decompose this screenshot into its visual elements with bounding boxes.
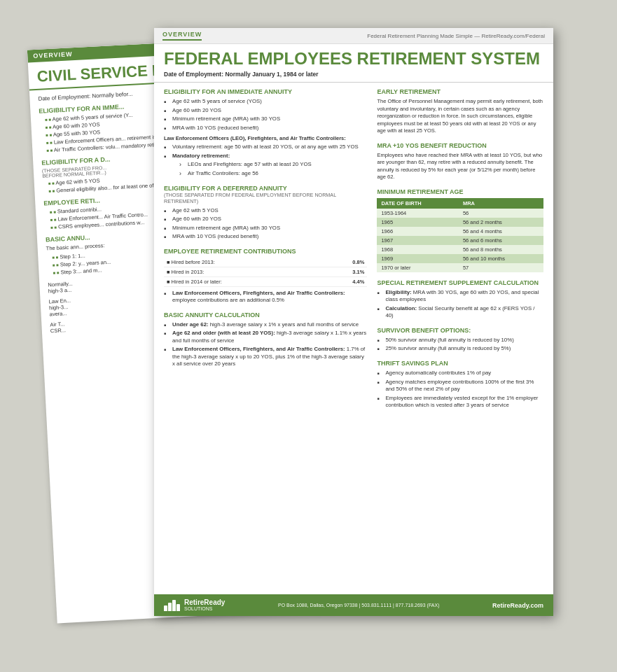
logo-text: RetireReady SOLUTIONS — [184, 598, 225, 612]
mra-col-mra: MRA — [459, 198, 543, 209]
mra-dob: 1966 — [377, 227, 459, 236]
deferred-list: Age 62 with 5 YOS Age 60 with 20 YOS Min… — [164, 207, 367, 241]
list-item: Employees are immediately vested except … — [377, 395, 543, 410]
date-line: Date of Employment: Normally January 1, … — [154, 71, 553, 83]
mra-val: 56 and 2 months — [459, 218, 543, 227]
table-row: 1966 56 and 4 months — [377, 227, 543, 236]
table-row: ■ Hired before 2013: 0.8% — [164, 258, 367, 267]
mra-val: 56 and 6 months — [459, 236, 543, 245]
list-item: Eligibility: MRA with 30 YOS, age 60 wit… — [377, 289, 543, 304]
list-item: MRA with 10 YOS (reduced benefit) — [164, 125, 367, 132]
list-item: Law Enforcement Officers, Firefighters, … — [164, 346, 367, 368]
retire-ready-logo-icon — [164, 600, 180, 611]
table-row: 1967 56 and 6 months — [377, 236, 543, 245]
list-item: Mandatory retirement: LEOs and Firefight… — [164, 153, 367, 178]
list-item: Voluntary retirement: age 50 with at lea… — [164, 144, 367, 151]
table-row: ■ Hired in 2013: 3.1% — [164, 267, 367, 276]
main-title: FEDERAL EMPLOYEES RETIREMENT SYSTEM — [154, 44, 553, 71]
logo-name: RetireReady — [184, 598, 225, 606]
heading-thrift-savings-plan: THRIFT SAVINGS PLAN — [377, 360, 543, 367]
footer-website: RetireReady.com — [492, 602, 543, 609]
logo-area: RetireReady SOLUTIONS — [164, 598, 225, 612]
list-item: Age 60 with 20 YOS — [164, 216, 367, 223]
heading-basic-annuity: BASIC ANNUITY CALCULATION — [164, 312, 367, 318]
eligibility-immediate-list: Age 62 with 5 years of service (YOS) Age… — [164, 98, 367, 132]
list-item: Agency automatically contributes 1% of p… — [377, 370, 543, 377]
list-item: Law Enforcement Officers, Firefighters, … — [164, 290, 367, 304]
mra-val: 56 and 8 months — [459, 245, 543, 254]
mra-dob: 1953-1964 — [377, 209, 459, 218]
list-item: Age 62 with 5 YOS — [164, 207, 367, 215]
contrib-note-list: Law Enforcement Officers, Firefighters, … — [164, 290, 367, 304]
list-item: Age 62 and older (with at least 20 YOS):… — [164, 330, 367, 344]
srs-list: Eligibility: MRA with 30 YOS, age 60 wit… — [377, 289, 543, 320]
leo-subheading: Law Enforcement Officers (LEO), Firefigh… — [164, 135, 367, 141]
list-item: 25% survivor annuity (full annuity is re… — [377, 345, 543, 353]
document-body: ELIGIBILITY FOR AN IMMEDIATE ANNUITY Age… — [154, 83, 553, 417]
table-row: 1969 56 and 10 months — [377, 254, 543, 263]
heading-employee-contributions: EMPLOYEE RETIREMENT CONTRIBUTIONS — [164, 248, 367, 255]
list-item: Age 62 with 5 years of service (YOS) — [164, 98, 367, 106]
table-row: 1965 56 and 2 months — [377, 218, 543, 227]
right-column: EARLY RETIREMENT The Office of Personnel… — [377, 88, 543, 412]
heading-mra-reduction: MRA +10 YOS BENEFIT REDUCTION — [377, 142, 543, 149]
mra-val: 57 — [459, 263, 543, 272]
logo-sub: SOLUTIONS — [184, 606, 225, 612]
mra-dob: 1970 or later — [377, 263, 459, 272]
mra-dob: 1967 — [377, 236, 459, 245]
list-item: Minimum retirement age (MRA) with 30 YOS — [164, 115, 367, 123]
mra-dob: 1969 — [377, 254, 459, 263]
list-item: LEOs and Firefighters: age 57 with at le… — [179, 161, 367, 169]
list-item: 50% survivor annuity (full annuity is re… — [377, 337, 543, 344]
overview-label: OVERVIEW — [162, 31, 202, 41]
heading-minimum-retirement-age: MINIMUM RETIREMENT AGE — [377, 188, 543, 195]
contrib-label: ■ Hired in 2014 or later: — [164, 276, 321, 286]
tsp-list: Agency automatically contributes 1% of p… — [377, 370, 543, 410]
contrib-value: 0.8% — [321, 258, 367, 267]
table-row: ■ Hired in 2014 or later: 4.4% — [164, 276, 367, 286]
heading-early-retirement: EARLY RETIREMENT — [377, 88, 543, 95]
contrib-value: 4.4% — [321, 276, 367, 286]
mra-val: 56 — [459, 209, 543, 218]
list-item: Age 60 with 20 YOS — [164, 107, 367, 115]
document-footer: RetireReady SOLUTIONS PO Box 1088, Dalla… — [154, 594, 553, 616]
basic-annuity-list: Under age 62: high-3 average salary x 1%… — [164, 321, 367, 368]
front-document: OVERVIEW Federal Retirement Planning Mad… — [154, 28, 553, 616]
mra-dob: 1968 — [377, 245, 459, 254]
back-overview-label: OVERVIEW — [33, 50, 73, 59]
leo-list: Voluntary retirement: age 50 with at lea… — [164, 144, 367, 177]
list-item: Air Traffic Controllers: age 56 — [179, 170, 367, 178]
list-item: MRA with 10 YOS (reduced benefit) — [164, 233, 367, 241]
list-item: Calculation: Social Security benefit at … — [377, 305, 543, 320]
footer-address: PO Box 1088, Dallas, Oregon 97338 | 503.… — [278, 603, 440, 608]
table-row: 1953-1964 56 — [377, 209, 543, 218]
early-retirement-text: The Office of Personnel Management may p… — [377, 98, 543, 135]
heading-eligibility-deferred: ELIGIBILITY FOR A DEFERRED ANNUITY (THOS… — [164, 185, 367, 204]
list-item: Under age 62: high-3 average salary x 1%… — [164, 321, 367, 329]
survivor-list: 50% survivor annuity (full annuity is re… — [377, 337, 543, 353]
mra-dob: 1965 — [377, 218, 459, 227]
mra-val: 56 and 4 months — [459, 227, 543, 236]
table-row: 1970 or later 57 — [377, 263, 543, 272]
date-value: Normally January 1, 1984 or later — [225, 71, 318, 78]
date-label: Date of Employment: — [164, 71, 223, 78]
mra-val: 56 and 10 months — [459, 254, 543, 263]
mra-reduction-text: Employees who have reached their MRA wit… — [377, 152, 543, 181]
top-bar: OVERVIEW Federal Retirement Planning Mad… — [154, 28, 553, 44]
contrib-value: 3.1% — [321, 267, 367, 276]
list-item: Agency matches employee contributions 10… — [377, 379, 543, 393]
heading-special-retirement-supplement: SPECIAL RETIREMENT SUPPLEMENT CALCULATIO… — [377, 279, 543, 286]
website-top: Federal Retirement Planning Made Simple … — [367, 33, 545, 39]
contributions-table: ■ Hired before 2013: 0.8% ■ Hired in 201… — [164, 258, 367, 287]
mra-table: DATE OF BIRTH MRA 1953-1964 56 1965 56 a… — [377, 198, 543, 272]
table-row: 1968 56 and 8 months — [377, 245, 543, 254]
mra-col-dob: DATE OF BIRTH — [377, 198, 459, 209]
heading-survivor-benefit: SURVIVOR BENEFIT OPTIONS: — [377, 327, 543, 334]
heading-eligibility-immediate: ELIGIBILITY FOR AN IMMEDIATE ANNUITY — [164, 88, 367, 95]
contrib-label: ■ Hired before 2013: — [164, 258, 321, 267]
left-column: ELIGIBILITY FOR AN IMMEDIATE ANNUITY Age… — [164, 88, 367, 412]
contrib-label: ■ Hired in 2013: — [164, 267, 321, 276]
list-item: Minimum retirement age (MRA) with 30 YOS — [164, 225, 367, 232]
